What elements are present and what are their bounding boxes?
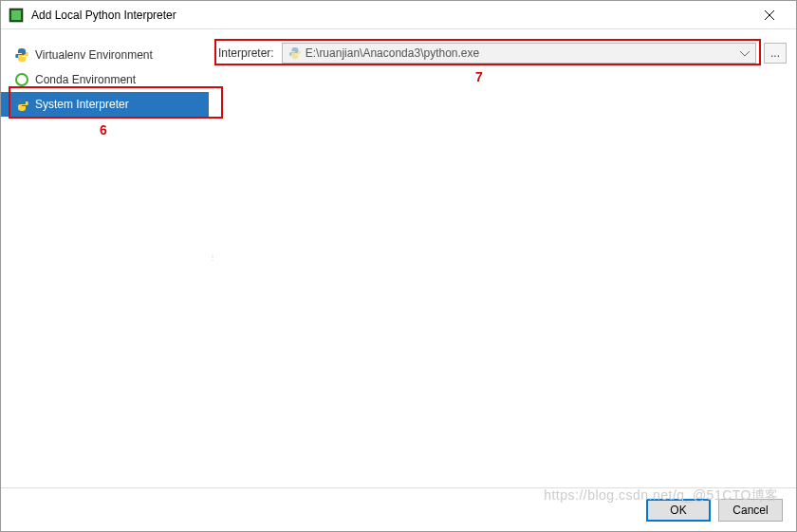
svg-point-2: [16, 74, 28, 85]
chevron-down-icon: [740, 46, 750, 60]
content-pane: Interpreter: E:\ruanjian\Anaconda3\pytho…: [209, 29, 796, 487]
footer: OK Cancel: [1, 487, 796, 531]
close-button[interactable]: [751, 2, 788, 28]
python-icon: [14, 47, 29, 63]
interpreter-path-text: E:\ruanjian\Anaconda3\python.exe: [306, 46, 740, 60]
sidebar-item-label: System Interpreter: [35, 98, 129, 111]
sidebar-item-conda[interactable]: Conda Environment: [1, 67, 209, 92]
python-file-icon: [288, 46, 302, 60]
sidebar-item-system-interpreter[interactable]: System Interpreter: [1, 92, 209, 117]
ok-button-label: OK: [670, 504, 686, 517]
python-icon: [14, 97, 29, 112]
interpreter-row: Interpreter: E:\ruanjian\Anaconda3\pytho…: [218, 43, 787, 64]
app-icon: [9, 8, 24, 23]
sidebar-item-virtualenv[interactable]: Virtualenv Environment: [1, 43, 209, 67]
ok-button[interactable]: OK: [646, 499, 711, 522]
sidebar-item-label: Conda Environment: [35, 73, 136, 86]
window-title: Add Local Python Interpreter: [31, 9, 751, 22]
interpreter-label: Interpreter:: [218, 46, 274, 60]
browse-button[interactable]: ...: [764, 43, 787, 64]
ellipsis-icon: ...: [770, 46, 780, 60]
titlebar: Add Local Python Interpreter: [1, 1, 796, 29]
sidebar-item-label: Virtualenv Environment: [35, 48, 153, 62]
interpreter-select[interactable]: E:\ruanjian\Anaconda3\python.exe: [282, 43, 756, 64]
cancel-button[interactable]: Cancel: [718, 499, 783, 522]
sidebar: Virtualenv Environment Conda Environment…: [1, 29, 209, 487]
close-icon: [765, 10, 774, 20]
conda-icon: [14, 72, 29, 87]
svg-rect-1: [11, 10, 21, 20]
cancel-button-label: Cancel: [732, 504, 768, 517]
main-area: Virtualenv Environment Conda Environment…: [1, 29, 796, 487]
